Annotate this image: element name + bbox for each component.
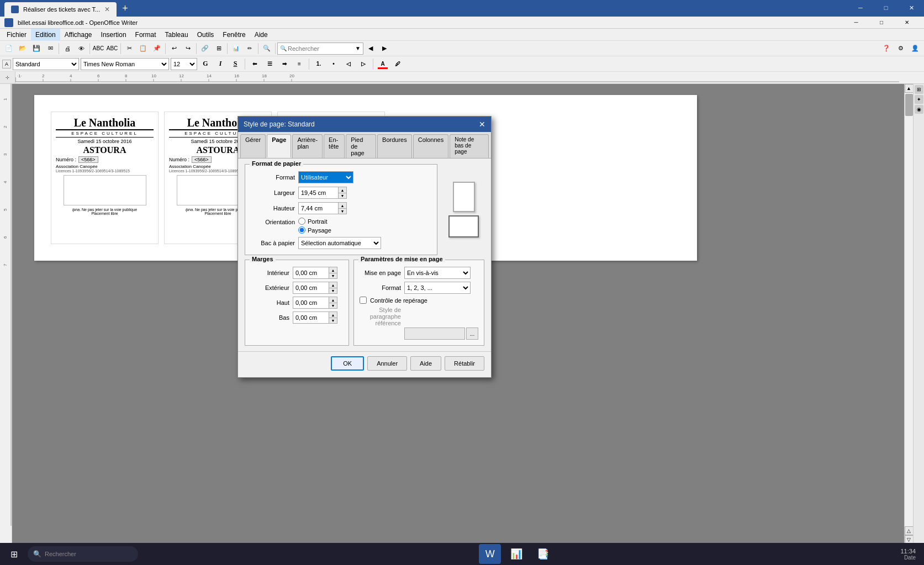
tab-gerer[interactable]: Gérer [240, 134, 266, 158]
int-spin-down[interactable]: ▼ [329, 273, 337, 279]
tab-en-tete[interactable]: En-tête [324, 134, 345, 158]
cut-btn[interactable]: ✂ [123, 42, 136, 55]
app-close-button[interactable]: ✕ [894, 17, 920, 29]
height-spin-up[interactable]: ▲ [338, 202, 347, 208]
save-btn[interactable]: 💾 [30, 42, 43, 55]
tab-page[interactable]: Page [267, 134, 291, 158]
paragraph-style-select[interactable]: Standard [13, 58, 79, 70]
mise-select[interactable]: En vis-à-vis [404, 267, 471, 279]
retablir-button[interactable]: Rétablir [445, 356, 484, 371]
search-dropdown-icon[interactable]: ▼ [355, 45, 361, 51]
page-style-dialog[interactable]: Style de page: Standard ✕ Gérer Page Arr… [237, 116, 492, 378]
search-input[interactable] [288, 43, 354, 54]
controle-checkbox[interactable] [360, 297, 367, 304]
open-btn[interactable]: 📂 [16, 42, 29, 55]
help-btn[interactable]: ❓ [880, 42, 893, 55]
mise-format-select[interactable]: 1, 2, 3, ... [404, 282, 471, 294]
hyperlink-btn[interactable]: 🔗 [198, 42, 212, 55]
tab-close-icon[interactable]: ✕ [104, 6, 110, 13]
bas-spin-up[interactable]: ▲ [329, 311, 337, 318]
justify-btn[interactable]: ≡ [293, 58, 306, 70]
user-icon[interactable]: 👤 [909, 42, 922, 55]
style-ref-browse-btn[interactable]: ... [466, 328, 478, 340]
start-button[interactable]: ⊞ [3, 544, 25, 564]
print-btn[interactable]: 🖨 [61, 42, 74, 55]
italic-btn[interactable]: I [214, 58, 227, 70]
taskbar-item-writer[interactable]: W [479, 544, 501, 564]
format-select[interactable]: Utilisateur [298, 171, 353, 183]
menu-aide[interactable]: Aide [250, 29, 272, 41]
portrait-radio[interactable] [298, 218, 305, 225]
indent-inc-btn[interactable]: ▷ [357, 58, 370, 70]
portrait-option[interactable]: Portrait [298, 218, 331, 225]
tab-bordures[interactable]: Bordures [377, 134, 412, 158]
tab-pied-de-page[interactable]: Pied de page [346, 134, 376, 158]
annuler-button[interactable]: Annuler [367, 356, 407, 371]
list-num-btn[interactable]: 1. [312, 58, 325, 70]
redo-btn[interactable]: ↪ [181, 42, 194, 55]
dialog-close-icon[interactable]: ✕ [479, 120, 485, 129]
drawing-btn[interactable]: ✏ [243, 42, 256, 55]
style-ref-input[interactable] [404, 328, 465, 340]
menu-affichage[interactable]: Affichage [60, 29, 97, 41]
preview-btn[interactable]: 👁 [75, 42, 88, 55]
find-btn[interactable]: 🔍 [260, 42, 273, 55]
chart-btn[interactable]: 📊 [229, 42, 242, 55]
menu-fenetre[interactable]: Fenêtre [218, 29, 250, 41]
interieur-input[interactable] [293, 267, 329, 279]
panel-icon-3[interactable]: ◉ [915, 105, 923, 114]
width-input[interactable] [298, 187, 338, 199]
paysage-option[interactable]: Paysage [298, 226, 331, 234]
vertical-scrollbar[interactable]: ▲ △ ▽ ▼ [904, 84, 913, 553]
haut-input[interactable] [293, 297, 329, 309]
taskbar-search[interactable]: 🔍 Rechercher [28, 546, 138, 562]
taskbar-item-calc[interactable]: 📊 [505, 544, 527, 564]
highlight-btn[interactable]: 🖊 [391, 58, 404, 70]
aide-button[interactable]: Aide [410, 356, 441, 371]
int-spin-up[interactable]: ▲ [329, 267, 337, 273]
scroll-page-up-btn[interactable]: △ [905, 526, 914, 535]
menu-fichier[interactable]: Fichier [2, 29, 31, 41]
settings-icon[interactable]: ⚙ [894, 42, 907, 55]
app-restore-button[interactable]: □ [869, 17, 894, 29]
width-spin-down[interactable]: ▼ [338, 193, 347, 199]
align-center-btn[interactable]: ☰ [263, 58, 276, 70]
tab-note-bas[interactable]: Note de bas de page [450, 134, 489, 158]
scroll-thumb[interactable] [905, 94, 913, 116]
browser-tab[interactable]: Réaliser des tickets avec T... ✕ [4, 2, 117, 17]
height-spin-down[interactable]: ▼ [338, 208, 347, 214]
scroll-up-btn[interactable]: ▲ [905, 84, 914, 93]
taskbar-item-impress[interactable]: 📑 [532, 544, 554, 564]
close-button[interactable]: ✕ [899, 0, 924, 15]
haut-spin-down[interactable]: ▼ [329, 303, 337, 309]
panel-icon-1[interactable]: ⊞ [915, 85, 923, 94]
indent-dec-btn[interactable]: ◁ [342, 58, 355, 70]
new-tab-button[interactable]: + [117, 0, 134, 17]
bold-btn[interactable]: G [199, 58, 212, 70]
width-spin-up[interactable]: ▲ [338, 187, 347, 193]
new-doc-btn[interactable]: 📄 [2, 42, 15, 55]
menu-edition[interactable]: Edition [31, 29, 60, 41]
bac-select[interactable]: Sélection automatique [298, 237, 381, 249]
underline-btn[interactable]: S [229, 58, 242, 70]
app-minimize-button[interactable]: ─ [843, 17, 869, 29]
minimize-button[interactable]: ─ [848, 0, 873, 15]
table-btn[interactable]: ⊞ [212, 42, 225, 55]
ext-spin-up[interactable]: ▲ [329, 282, 337, 288]
menu-outils[interactable]: Outils [193, 29, 219, 41]
menu-tableau[interactable]: Tableau [161, 29, 193, 41]
haut-spin-up[interactable]: ▲ [329, 297, 337, 303]
font-select[interactable]: Times New Roman [81, 58, 169, 70]
nav-prev-btn[interactable]: ◀ [364, 42, 377, 55]
nav-next-btn[interactable]: ▶ [378, 42, 391, 55]
bas-spin-down[interactable]: ▼ [329, 318, 337, 324]
align-left-btn[interactable]: ⬅ [248, 58, 261, 70]
paysage-radio[interactable] [298, 226, 305, 234]
copy-btn[interactable]: 📋 [136, 42, 150, 55]
align-right-btn[interactable]: ➡ [278, 58, 291, 70]
font-color-btn[interactable]: A [376, 58, 389, 70]
paste-btn[interactable]: 📌 [150, 42, 163, 55]
exterieur-input[interactable] [293, 282, 329, 294]
maximize-button[interactable]: □ [873, 0, 899, 15]
menu-format[interactable]: Format [131, 29, 161, 41]
